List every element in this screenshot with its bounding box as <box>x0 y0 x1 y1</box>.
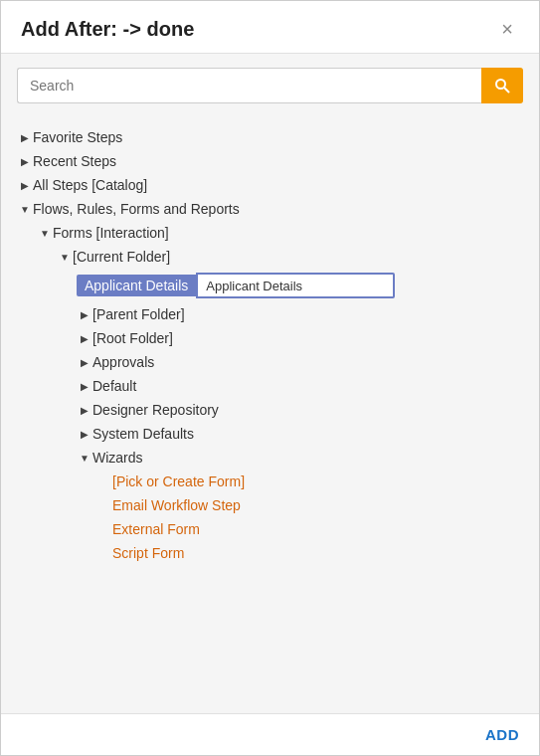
label-email-workflow-step: Email Workflow Step <box>112 497 241 513</box>
highlight-label-applicant-details: Applicant Details <box>77 275 196 296</box>
arrow-favorite-steps: ▶ <box>17 132 33 143</box>
arrow-all-steps: ▶ <box>17 180 33 191</box>
label-external-form: External Form <box>112 521 200 537</box>
label-wizards: Wizards <box>92 450 143 466</box>
arrow-default: ▶ <box>77 381 92 392</box>
tree-item-parent-folder[interactable]: ▶ [Parent Folder] <box>1 302 539 326</box>
tree-item-favorite-steps[interactable]: ▶ Favorite Steps <box>1 125 539 149</box>
arrow-flows-rules: ▼ <box>17 204 33 215</box>
search-row <box>1 54 539 117</box>
label-all-steps: All Steps [Catalog] <box>33 177 147 193</box>
applicant-details-input[interactable] <box>196 273 395 298</box>
label-designer-repository: Designer Repository <box>92 402 219 418</box>
arrow-recent-steps: ▶ <box>17 156 33 167</box>
arrow-wizards: ▼ <box>77 453 92 464</box>
label-system-defaults: System Defaults <box>92 426 194 442</box>
dialog: Add After: -> done × ▶ Favorite Steps ▶ … <box>0 0 540 756</box>
arrow-approvals: ▶ <box>77 357 92 368</box>
tree-item-system-defaults[interactable]: ▶ System Defaults <box>1 422 539 446</box>
tree-item-default[interactable]: ▶ Default <box>1 374 539 398</box>
close-button[interactable]: × <box>495 17 519 41</box>
svg-point-0 <box>496 80 505 89</box>
label-default: Default <box>92 378 136 394</box>
dialog-title: Add After: -> done <box>21 18 194 41</box>
tree-item-flows-rules[interactable]: ▼ Flows, Rules, Forms and Reports <box>1 197 539 221</box>
tree-item-email-workflow-step[interactable]: Email Workflow Step <box>1 493 539 517</box>
tree-item-designer-repository[interactable]: ▶ Designer Repository <box>1 398 539 422</box>
label-script-form: Script Form <box>112 545 184 561</box>
svg-line-1 <box>505 89 509 93</box>
dialog-header: Add After: -> done × <box>1 1 539 54</box>
label-forms-interaction: Forms [Interaction] <box>53 225 169 241</box>
tree-item-wizards[interactable]: ▼ Wizards <box>1 446 539 470</box>
tree-item-forms-interaction[interactable]: ▼ Forms [Interaction] <box>1 221 539 245</box>
tree-item-recent-steps[interactable]: ▶ Recent Steps <box>1 149 539 173</box>
tree-item-root-folder[interactable]: ▶ [Root Folder] <box>1 326 539 350</box>
search-button[interactable] <box>481 68 523 103</box>
arrow-forms-interaction: ▼ <box>37 228 53 239</box>
arrow-parent-folder: ▶ <box>77 309 92 320</box>
search-icon <box>494 78 510 94</box>
label-root-folder: [Root Folder] <box>92 330 173 346</box>
label-recent-steps: Recent Steps <box>33 153 116 169</box>
tree-item-script-form[interactable]: Script Form <box>1 541 539 565</box>
arrow-current-folder: ▼ <box>57 252 73 263</box>
tree-container: ▶ Favorite Steps ▶ Recent Steps ▶ All St… <box>1 117 539 713</box>
label-pick-create-form: [Pick or Create Form] <box>112 473 245 489</box>
tree-item-applicant-details[interactable]: Applicant Details <box>1 269 539 302</box>
tree-item-all-steps[interactable]: ▶ All Steps [Catalog] <box>1 173 539 197</box>
label-current-folder: [Current Folder] <box>73 249 170 265</box>
tree-item-approvals[interactable]: ▶ Approvals <box>1 350 539 374</box>
arrow-designer-repository: ▶ <box>77 405 92 416</box>
add-button[interactable]: ADD <box>485 726 519 743</box>
label-approvals: Approvals <box>92 354 154 370</box>
tree-item-current-folder[interactable]: ▼ [Current Folder] <box>1 245 539 269</box>
arrow-root-folder: ▶ <box>77 333 92 344</box>
label-flows-rules: Flows, Rules, Forms and Reports <box>33 201 240 217</box>
tree-item-external-form[interactable]: External Form <box>1 517 539 541</box>
tree-item-pick-create-form[interactable]: [Pick or Create Form] <box>1 470 539 493</box>
label-favorite-steps: Favorite Steps <box>33 129 122 145</box>
arrow-system-defaults: ▶ <box>77 429 92 440</box>
label-parent-folder: [Parent Folder] <box>92 306 185 322</box>
dialog-footer: ADD <box>1 713 539 755</box>
search-input[interactable] <box>17 68 481 103</box>
